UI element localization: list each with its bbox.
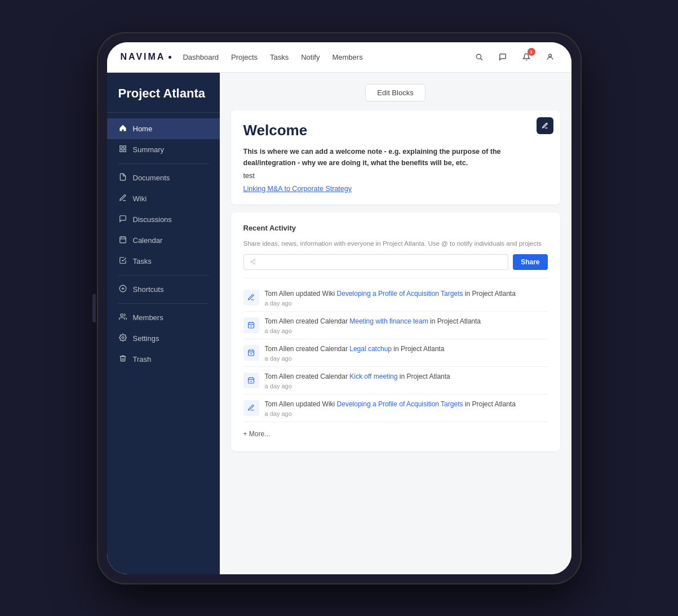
sidebar-item-tasks[interactable]: Tasks [107, 251, 220, 272]
activity-suffix-2: in Project Atlanta [428, 317, 481, 325]
activity-text-3: Tom Allen created Calendar Legal catchup… [265, 344, 445, 362]
svg-line-19 [251, 262, 253, 263]
activity-link-4[interactable]: Kick off meeting [349, 373, 397, 380]
shortcuts-icon [118, 285, 127, 294]
sidebar-item-documents[interactable]: Documents [107, 167, 220, 188]
sidebar-item-summary[interactable]: Summary [107, 139, 220, 160]
sidebar-divider-3 [118, 303, 209, 304]
share-button[interactable]: Share [513, 254, 547, 270]
share-hint: Share ideas, news, information with ever… [243, 239, 548, 249]
logo-dot [169, 56, 171, 59]
welcome-title: Welcome [243, 122, 548, 139]
more-button[interactable]: + More... [243, 428, 548, 440]
activity-prefix-2: Tom Allen created Calendar [265, 317, 350, 325]
members-icon [118, 313, 127, 322]
sidebar-label-shortcuts: Shortcuts [133, 285, 164, 294]
activity-prefix-5: Tom Allen updated Wiki [265, 400, 337, 408]
wiki-activity-icon-5 [243, 400, 259, 416]
welcome-edit-button[interactable] [537, 117, 553, 134]
sidebar-label-trash: Trash [133, 355, 152, 364]
svg-rect-33 [249, 378, 254, 383]
svg-rect-5 [119, 149, 122, 152]
svg-rect-7 [119, 237, 126, 243]
nav-projects[interactable]: Projects [231, 53, 258, 61]
sidebar-item-home[interactable]: Home [107, 118, 220, 139]
activity-text-1: Tom Allen updated Wiki Developing a Prof… [265, 289, 516, 307]
svg-rect-4 [123, 146, 126, 148]
activity-divider [243, 278, 548, 278]
activity-time-1: a day ago [265, 300, 516, 307]
calendar-activity-icon-3 [243, 345, 259, 361]
share-input-wrapper[interactable] [243, 254, 509, 270]
notification-button[interactable]: 3 [519, 49, 534, 65]
activity-item: Tom Allen created Calendar Meeting with … [243, 312, 548, 339]
welcome-test: test [243, 172, 548, 180]
activity-link-1[interactable]: Developing a Profile of Acquisition Targ… [337, 290, 463, 298]
svg-rect-27 [249, 350, 254, 356]
notification-badge: 3 [528, 48, 535, 56]
svg-line-20 [251, 260, 253, 262]
sidebar-item-trash[interactable]: Trash [107, 349, 220, 370]
welcome-link[interactable]: Linking M&A to Corporate Strategy [243, 185, 352, 193]
activity-text-5: Tom Allen updated Wiki Developing a Prof… [265, 399, 516, 417]
nav-notify[interactable]: Notify [301, 53, 320, 61]
svg-rect-21 [249, 322, 254, 328]
svg-point-16 [253, 259, 255, 261]
activity-prefix-4: Tom Allen created Calendar [265, 373, 350, 380]
edit-blocks-button[interactable]: Edit Blocks [365, 84, 425, 101]
documents-icon [118, 173, 127, 183]
sidebar-divider-1 [118, 163, 209, 164]
camera-bump [92, 294, 96, 322]
discussions-icon [118, 215, 127, 224]
activity-time-3: a day ago [265, 355, 445, 362]
edit-blocks-row: Edit Blocks [231, 84, 560, 101]
activity-link-2[interactable]: Meeting with finance team [349, 317, 428, 325]
activity-suffix-3: in Project Atlanta [392, 345, 444, 353]
sidebar-label-documents: Documents [133, 174, 170, 182]
activity-time-4: a day ago [265, 383, 450, 389]
main-layout: Project Atlanta Home [107, 73, 571, 574]
nav-tasks[interactable]: Tasks [270, 53, 289, 61]
recent-activity-card: Recent Activity Share ideas, news, infor… [231, 212, 560, 451]
trash-icon [118, 354, 127, 364]
welcome-card: Welcome This is where we can add a welco… [231, 110, 560, 205]
sidebar-item-shortcuts[interactable]: Shortcuts [107, 279, 220, 300]
activity-item: Tom Allen updated Wiki Developing a Prof… [243, 395, 548, 422]
sidebar-divider-2 [118, 275, 209, 276]
svg-point-14 [120, 314, 123, 317]
tablet-frame: NAVIMA Dashboard Projects Tasks Notify M… [97, 32, 582, 584]
search-button[interactable] [471, 49, 487, 65]
chat-button[interactable] [495, 49, 511, 65]
activity-link-3[interactable]: Legal catchup [349, 345, 392, 353]
project-title-section: Project Atlanta [107, 73, 220, 113]
welcome-body: This is where we can add a welcome note … [243, 146, 548, 169]
sidebar-item-wiki[interactable]: Wiki [107, 188, 220, 209]
sidebar-label-calendar: Calendar [133, 236, 163, 245]
activity-item: Tom Allen created Calendar Legal catchup… [243, 339, 548, 367]
nav-members[interactable]: Members [332, 53, 362, 61]
calendar-activity-icon-2 [243, 317, 259, 333]
nav-dashboard[interactable]: Dashboard [183, 53, 219, 61]
sidebar-item-members[interactable]: Members [107, 307, 220, 328]
recent-activity-title: Recent Activity [243, 224, 548, 232]
sidebar-item-discussions[interactable]: Discussions [107, 209, 220, 230]
wiki-activity-icon [243, 290, 259, 305]
calendar-icon [118, 236, 127, 245]
activity-item: Tom Allen updated Wiki Developing a Prof… [243, 284, 548, 312]
user-menu-button[interactable] [542, 49, 558, 65]
activity-text-2: Tom Allen created Calendar Meeting with … [265, 316, 481, 334]
share-row: Share [243, 254, 548, 270]
activity-text-4: Tom Allen created Calendar Kick off meet… [265, 371, 450, 389]
project-title: Project Atlanta [118, 86, 209, 101]
activity-suffix-1: in Project Atlanta [463, 290, 515, 298]
sidebar-item-settings[interactable]: Settings [107, 328, 220, 349]
sidebar-item-calendar[interactable]: Calendar [107, 230, 220, 251]
svg-point-2 [548, 54, 551, 57]
svg-line-1 [480, 59, 482, 60]
activity-link-5[interactable]: Developing a Profile of Acquisition Targ… [337, 400, 463, 408]
nav-links: Dashboard Projects Tasks Notify Members [183, 53, 471, 61]
activity-suffix-5: in Project Atlanta [463, 400, 515, 408]
settings-icon [118, 334, 127, 343]
svg-point-17 [250, 261, 252, 263]
sidebar-label-tasks: Tasks [133, 257, 152, 265]
